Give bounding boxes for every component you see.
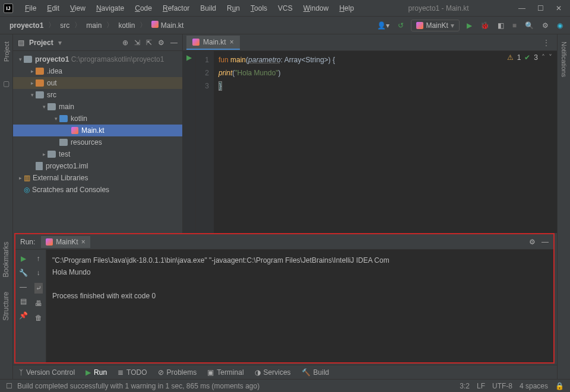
menu-build[interactable]: Build <box>195 2 221 14</box>
app-logo: IJ <box>4 4 13 13</box>
square-icon[interactable]: ▢ <box>2 79 11 88</box>
menu-vcs[interactable]: VCS <box>273 2 297 14</box>
run-config-tab[interactable]: MainKt × <box>41 236 90 248</box>
breadcrumb-kotlin[interactable]: kotlin <box>115 20 138 31</box>
wrench-icon[interactable]: 🔧 <box>19 269 28 277</box>
services-icon: ◑ <box>255 368 261 377</box>
select-opened-icon[interactable]: ⊕ <box>122 39 128 47</box>
debug-button[interactable]: 🐞 <box>479 20 490 31</box>
menu-code[interactable]: Code <box>130 2 157 14</box>
panel-settings-icon[interactable]: ⚙ <box>158 39 164 47</box>
collapse-all-icon[interactable]: ⇱ <box>146 39 152 47</box>
tree-iml[interactable]: proyecto1.iml <box>13 160 182 172</box>
editor-tab-mainkt[interactable]: Main.kt × <box>186 36 240 50</box>
down-arrow-icon[interactable]: ↓ <box>37 269 40 277</box>
status-message: Build completed successfully with 1 warn… <box>17 382 259 390</box>
expand-all-icon[interactable]: ⇲ <box>134 39 140 47</box>
tree-kotlin[interactable]: kotlin <box>13 113 182 125</box>
tab-terminal[interactable]: ▣Terminal <box>207 368 243 377</box>
ok-indicator-icon[interactable]: ✔ <box>524 53 530 62</box>
scroll-down-icon[interactable]: ˅ <box>549 53 552 62</box>
pin-icon[interactable]: 📌 <box>19 311 28 320</box>
play-icon: ▶ <box>86 368 91 377</box>
tree-main[interactable]: main <box>13 101 182 113</box>
editor-tabs-menu-icon[interactable]: ⋮ <box>543 39 553 47</box>
notifications-tool-button[interactable]: Notifications <box>560 42 568 77</box>
tree-out[interactable]: out <box>13 77 182 89</box>
menu-file[interactable]: FFileile <box>20 2 41 14</box>
menu-tools[interactable]: Tools <box>246 2 272 14</box>
tab-services[interactable]: ◑Services <box>255 368 291 377</box>
up-arrow-icon[interactable]: ↑ <box>37 254 40 263</box>
file-encoding[interactable]: UTF-8 <box>492 382 512 390</box>
status-bar: ☐ Build completed successfully with 1 wa… <box>0 379 570 392</box>
tree-idea[interactable]: .idea <box>13 65 182 77</box>
menu-navigate[interactable]: Navigate <box>91 2 129 14</box>
project-panel-title[interactable]: Project <box>29 39 53 47</box>
tree-test[interactable]: test <box>13 148 182 160</box>
hide-panel-icon[interactable]: — <box>170 39 178 47</box>
navigation-bar: proyecto1〉 src〉 main〉 kotlin〉 Main.kt 👤▾… <box>0 17 570 34</box>
tree-src[interactable]: src <box>13 89 182 101</box>
tab-run[interactable]: ▶Run <box>86 368 107 377</box>
tree-external[interactable]: ▥External Libraries <box>13 172 182 184</box>
tab-todo[interactable]: ≣TODO <box>118 368 147 377</box>
breadcrumb-project[interactable]: proyecto1 <box>6 20 47 31</box>
caret-position[interactable]: 3:2 <box>460 382 470 390</box>
rerun-icon[interactable]: ▶ <box>21 254 26 263</box>
print-icon[interactable]: 🖶 <box>35 299 42 308</box>
tab-problems[interactable]: ⊘Problems <box>158 368 197 377</box>
tab-build[interactable]: 🔨Build <box>302 368 330 377</box>
tree-resources[interactable]: resources <box>13 136 182 148</box>
build-arrow-icon[interactable]: ↺ <box>397 20 405 31</box>
console-output[interactable]: "C:\Program Files\Java\jdk-18.0.1.1\bin\… <box>46 250 553 362</box>
minimize-icon[interactable]: — <box>518 4 525 12</box>
run-gutter-icon[interactable]: ▶ <box>183 53 195 66</box>
run-panel-label: Run: <box>20 238 35 246</box>
menu-help[interactable]: Help <box>334 2 359 14</box>
menu-window[interactable]: Window <box>299 2 334 14</box>
structure-tool-button[interactable]: Structure <box>2 292 11 321</box>
menu-refactor[interactable]: Refactor <box>158 2 194 14</box>
tab-version-control[interactable]: ᛉVersion Control <box>19 368 75 377</box>
status-icon[interactable]: ☐ <box>6 382 12 390</box>
line-separator[interactable]: LF <box>477 382 485 390</box>
trash-icon[interactable]: 🗑 <box>35 314 42 322</box>
stop-button[interactable]: ■ <box>511 20 518 31</box>
scroll-up-icon[interactable]: ˄ <box>542 53 545 62</box>
wrap-icon[interactable]: ⤶ <box>34 283 43 294</box>
menu-edit[interactable]: Edit <box>42 2 64 14</box>
menu-view[interactable]: View <box>65 2 90 14</box>
lock-icon[interactable]: 🔒 <box>555 382 564 390</box>
breadcrumb-main[interactable]: main <box>83 20 105 31</box>
tree-scratches[interactable]: ◎Scratches and Consoles <box>13 184 182 196</box>
warning-indicator-icon[interactable]: ⚠ <box>507 53 514 62</box>
space-icon[interactable]: ◉ <box>556 20 564 31</box>
tree-mainkt[interactable]: Main.kt <box>13 125 182 136</box>
bottom-tool-tabs: ᛉVersion Control ▶Run ≣TODO ⊘Problems ▣T… <box>13 365 557 379</box>
search-icon[interactable]: 🔍 <box>524 20 535 31</box>
code-area[interactable]: fun main(parametro: Array<String>) { pri… <box>214 51 557 233</box>
tree-root[interactable]: proyecto1 C:\programaskotlin\proyecto1 <box>13 53 182 65</box>
settings-icon[interactable]: ⚙ <box>541 20 550 31</box>
indent-info[interactable]: 4 spaces <box>520 382 548 390</box>
library-icon: ▥ <box>24 174 30 182</box>
terminal-icon: ▣ <box>207 368 214 377</box>
breadcrumb-file[interactable]: Main.kt <box>148 20 187 31</box>
menu-run[interactable]: Run <box>222 2 245 14</box>
hide-run-icon[interactable]: — <box>542 238 549 246</box>
run-button[interactable]: ▶ <box>466 20 473 31</box>
bookmarks-tool-button[interactable]: Bookmarks <box>2 242 11 278</box>
project-tool-button[interactable]: Project <box>3 42 10 62</box>
run-settings-icon[interactable]: ⚙ <box>529 238 536 246</box>
breadcrumb-src[interactable]: src <box>56 20 73 31</box>
add-user-icon[interactable]: 👤▾ <box>376 20 391 31</box>
breadcrumb: proyecto1〉 src〉 main〉 kotlin〉 Main.kt <box>6 20 187 31</box>
close-icon[interactable]: ✕ <box>556 4 562 12</box>
run-config-selector[interactable]: MainKt ▾ <box>411 20 459 31</box>
close-tab-icon[interactable]: × <box>230 38 234 46</box>
coverage-button[interactable]: ◧ <box>496 20 505 31</box>
kotlin-icon <box>46 238 53 246</box>
maximize-icon[interactable]: ☐ <box>537 4 544 12</box>
layout-icon[interactable]: ▤ <box>20 297 27 305</box>
